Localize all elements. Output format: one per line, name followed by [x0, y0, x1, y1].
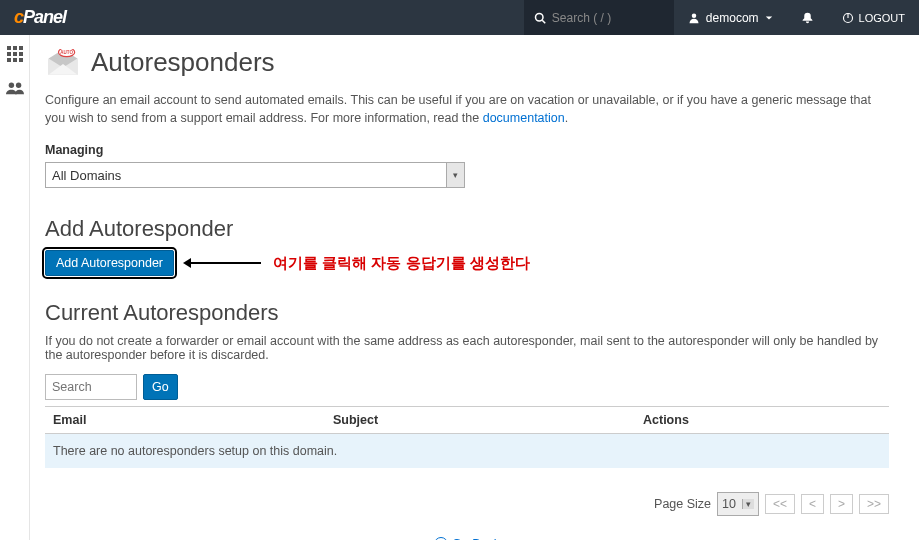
documentation-link[interactable]: documentation — [483, 111, 565, 125]
search-box[interactable] — [524, 0, 674, 35]
svg-line-1 — [542, 20, 545, 23]
svg-rect-7 — [19, 46, 23, 50]
page-last-button[interactable]: >> — [859, 494, 889, 514]
svg-point-15 — [15, 83, 20, 88]
user-menu[interactable]: democom — [674, 0, 787, 35]
username-label: democom — [706, 11, 759, 25]
svg-rect-8 — [7, 52, 11, 56]
table-empty-row: There are no autoresponders setup on thi… — [45, 434, 889, 468]
annotation-text: 여기를 클릭해 자동 응답기를 생성한다 — [273, 254, 530, 273]
add-heading: Add Autoresponder — [45, 216, 889, 242]
svg-rect-5 — [7, 46, 11, 50]
users-icon — [6, 81, 24, 95]
grid-icon — [7, 46, 23, 62]
managing-label: Managing — [45, 143, 889, 157]
sidebar-item-users[interactable] — [4, 77, 26, 99]
annotation-arrow — [186, 262, 261, 264]
svg-rect-6 — [13, 46, 17, 50]
brand-logo[interactable]: cPanel — [0, 7, 80, 28]
svg-rect-13 — [19, 58, 23, 62]
go-back: ◀ Go Back — [45, 534, 889, 540]
svg-text:AUTO: AUTO — [60, 50, 73, 55]
svg-rect-11 — [7, 58, 11, 62]
table-search-input[interactable] — [45, 374, 137, 400]
arrow-left-icon: ◀ — [434, 537, 448, 541]
pagination: Page Size 10 ▾ << < > >> — [45, 492, 889, 516]
page-next-button[interactable]: > — [830, 494, 853, 514]
search-icon — [534, 12, 546, 24]
caret-down-icon — [765, 14, 773, 22]
add-autoresponder-button[interactable]: Add Autoresponder — [45, 250, 174, 276]
logout-button[interactable]: LOGOUT — [828, 0, 919, 35]
go-back-link[interactable]: ◀ Go Back — [434, 537, 500, 541]
go-button[interactable]: Go — [143, 374, 178, 400]
sidebar-item-grid[interactable] — [4, 43, 26, 65]
page-description: Configure an email account to send autom… — [45, 92, 889, 127]
svg-rect-12 — [13, 58, 17, 62]
managing-value: All Domains — [52, 168, 121, 183]
user-icon — [688, 12, 700, 24]
col-subject[interactable]: Subject — [333, 413, 643, 427]
svg-rect-10 — [19, 52, 23, 56]
svg-point-0 — [535, 13, 543, 21]
chevron-down-icon: ▾ — [446, 163, 464, 187]
logout-label: LOGOUT — [859, 12, 905, 24]
top-bar: cPanel democom LOGOUT — [0, 0, 919, 35]
page-size-label: Page Size — [654, 497, 711, 511]
search-input[interactable] — [552, 11, 652, 25]
table-header: Email Subject Actions — [45, 406, 889, 434]
current-heading: Current Autoresponders — [45, 300, 889, 326]
page-title: Autoresponders — [91, 47, 275, 78]
page-prev-button[interactable]: < — [801, 494, 824, 514]
page-header: AUTO Autoresponders — [45, 47, 889, 78]
svg-point-2 — [692, 13, 697, 18]
chevron-down-icon: ▾ — [742, 499, 754, 509]
col-actions: Actions — [643, 413, 881, 427]
col-email[interactable]: Email — [53, 413, 333, 427]
svg-rect-9 — [13, 52, 17, 56]
bell-icon — [801, 11, 814, 24]
notifications-button[interactable] — [787, 0, 828, 35]
logout-icon — [842, 12, 854, 24]
autoresponder-icon: AUTO — [45, 49, 81, 77]
main-content: AUTO Autoresponders Configure an email a… — [30, 35, 919, 540]
current-note: If you do not create a forwarder or emai… — [45, 334, 889, 362]
svg-point-14 — [8, 83, 13, 88]
page-size-select[interactable]: 10 ▾ — [717, 492, 759, 516]
page-first-button[interactable]: << — [765, 494, 795, 514]
managing-select[interactable]: All Domains ▾ — [45, 162, 465, 188]
sidebar — [0, 35, 30, 540]
